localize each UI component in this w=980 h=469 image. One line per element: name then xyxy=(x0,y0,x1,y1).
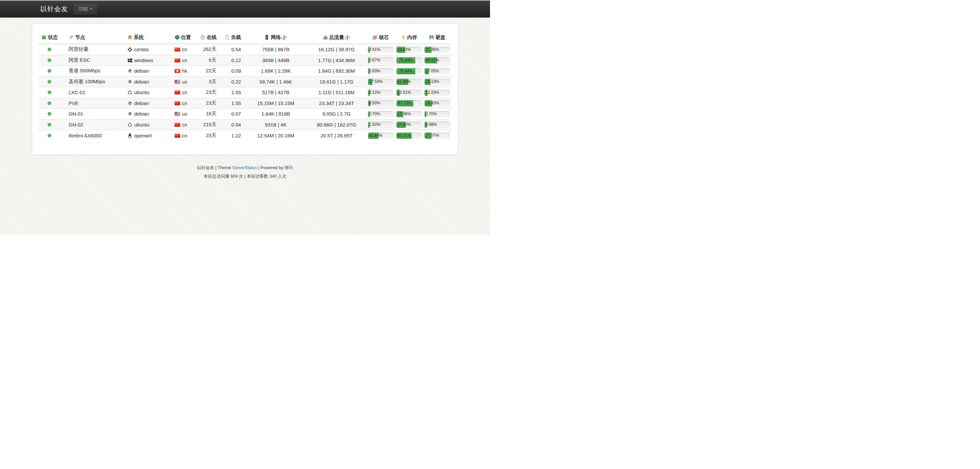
os-name: openwrt xyxy=(134,133,152,138)
location-code: us xyxy=(182,111,188,117)
server-status-panel: 状态节点系统位置在线负载网络↓|↑总流量↓|↑核芯内存硬盘 阿里轻量centos… xyxy=(32,24,458,155)
uptime-value: 23天 xyxy=(200,87,218,98)
debian-os-icon xyxy=(127,101,133,106)
network-value: 755B | 867B xyxy=(245,44,307,55)
flag-hk-icon xyxy=(175,69,180,73)
progress-label: 8.12% xyxy=(369,90,380,96)
brand-link[interactable]: 以针会友 xyxy=(40,5,68,14)
load-value: 0.04 xyxy=(218,119,245,130)
usage-progress-bar: 67.72% xyxy=(396,100,422,106)
uptime-value: 23天 xyxy=(200,130,218,141)
progress-label: 27.35% xyxy=(426,47,439,53)
server-row[interactable]: GN-01debianus16天0.071.64K | 818B9.05G | … xyxy=(39,109,451,120)
column-header-status: 状态 xyxy=(39,32,60,44)
debian-os-icon xyxy=(127,111,133,117)
column-header-uptime: 在线 xyxy=(200,32,218,44)
column-header-mem: 内存 xyxy=(395,32,423,44)
usage-progress-bar: 27.07% xyxy=(425,132,450,139)
usage-progress-bar: 0.67% xyxy=(368,57,393,63)
load-value: 0.07 xyxy=(218,109,245,120)
progress-label: 27.06% xyxy=(398,111,411,117)
os-name: debian xyxy=(134,79,149,84)
server-row[interactable]: 香港 500Mbpsdebianhk22天0.091.69K | 2.28K1.… xyxy=(39,66,451,77)
footer-theme-link[interactable]: ServerStatus xyxy=(232,165,257,170)
progress-label: 49.62% xyxy=(426,57,439,63)
clipboard-icon xyxy=(224,35,230,40)
load-value: 0.09 xyxy=(218,66,245,77)
os-name: ubuntu xyxy=(134,90,150,95)
server-row[interactable]: 阿里轻量centoscn262天0.54755B | 867B16.12G | … xyxy=(39,44,451,55)
network-value: 58.74K | 1.46K xyxy=(245,76,307,87)
column-header-load: 负载 xyxy=(218,32,245,44)
column-header-location: 位置 xyxy=(172,32,200,44)
traffic-light-icon xyxy=(264,35,269,40)
location-code: cn xyxy=(182,133,188,138)
usage-progress-bar: 3.51% xyxy=(368,47,393,53)
network-value: 1.64K | 818B xyxy=(245,109,307,120)
os-name: debian xyxy=(134,100,149,106)
package-icon xyxy=(127,35,133,40)
node-name: 圣何塞 100Mbps xyxy=(60,76,125,87)
node-name: LXC-01 xyxy=(60,87,125,98)
usage-progress-bar: 13.51% xyxy=(396,90,422,96)
progress-label: 42.64% xyxy=(369,132,383,139)
server-row[interactable]: LXC-01ubuntucn23天1.55517B | 427B1.11G | … xyxy=(39,87,451,98)
usage-progress-bar: 42.64% xyxy=(368,132,393,139)
progress-label: 75.84% xyxy=(399,57,413,63)
location-code: cn xyxy=(182,90,188,95)
usage-progress-bar: 47.59% xyxy=(396,79,422,85)
progress-label: 17.53% xyxy=(369,79,383,85)
server-row[interactable]: Redmi AX6000openwrtcn23天1.2212.54M | 20.… xyxy=(39,130,451,141)
usage-progress-bar: 49.62% xyxy=(425,57,450,63)
traffic-value: 18.61G | 1.17G xyxy=(307,76,366,87)
footer-nezha-link[interactable]: 哪吒 xyxy=(284,165,293,170)
traffic-value: 1.11G | 511.16M xyxy=(307,87,366,98)
target-icon xyxy=(372,35,378,40)
nav-menu-features[interactable]: 功能 xyxy=(74,4,97,14)
traffic-value: 16.12G | 38.97G xyxy=(307,44,366,55)
footer-credits: 以针会友 | Theme ServerStatus | Powered by 哪… xyxy=(0,165,490,171)
status-online-dot xyxy=(48,112,51,116)
progress-label: 37.60% xyxy=(398,122,411,128)
uptime-value: 3天 xyxy=(200,76,218,87)
load-value: 0.12 xyxy=(218,55,245,66)
status-online-dot xyxy=(48,69,51,73)
uptime-value: 16天 xyxy=(200,109,218,120)
usage-progress-bar: 5.93% xyxy=(368,68,393,74)
usage-progress-bar: 37.60% xyxy=(396,122,422,128)
os-name: debian xyxy=(134,111,149,117)
usage-progress-bar: 8.98% xyxy=(425,122,450,128)
usage-progress-bar: 17.05% xyxy=(425,68,450,74)
network-value: 1.69K | 2.28K xyxy=(245,66,307,77)
node-name: 阿里 ESC xyxy=(60,55,125,66)
server-row[interactable]: GN-02ubuntucn215天0.04931B | 4K80.66G | 1… xyxy=(39,119,451,130)
load-value: 0.54 xyxy=(218,44,245,55)
os-name: debian xyxy=(134,68,149,74)
column-header-cpu: 核芯 xyxy=(366,32,395,44)
table-header-row: 状态节点系统位置在线负载网络↓|↑总流量↓|↑核芯内存硬盘 xyxy=(39,32,451,44)
progress-label: 5.93% xyxy=(369,68,380,74)
flag-us-icon xyxy=(175,80,180,84)
column-header-node: 节点 xyxy=(60,32,125,44)
server-row[interactable]: 阿里 ESCwindowscn5天0.12383B | 449B1.77G | … xyxy=(39,55,451,66)
column-header-os: 系统 xyxy=(125,32,172,44)
location-code: hk xyxy=(182,68,188,74)
traffic-value: 1.64G | 892.36M xyxy=(307,66,366,77)
server-row[interactable]: PVEdebiancn23天1.5515.15M | 15.15M23.34T … xyxy=(39,98,451,109)
clover-icon xyxy=(41,35,47,40)
column-header-disk: 硬盘 xyxy=(423,32,451,44)
footer-site-name: 以针会友 | Theme xyxy=(197,165,232,170)
progress-label: 0.70% xyxy=(426,111,437,117)
usage-progress-bar: 27.35% xyxy=(425,47,450,53)
uptime-value: 23天 xyxy=(200,98,218,109)
navbar: 以针会友 功能 xyxy=(0,1,490,17)
usage-progress-bar: 12.23% xyxy=(425,90,450,96)
server-row[interactable]: 圣何塞 100Mbpsdebianus3天0.2258.74K | 1.46K1… xyxy=(39,76,451,87)
network-value: 383B | 449B xyxy=(245,55,307,66)
uptime-value: 215天 xyxy=(200,119,218,130)
progress-label: 17.05% xyxy=(426,68,439,74)
network-value: 12.54M | 20.16M xyxy=(245,130,307,141)
status-online-dot xyxy=(48,80,51,84)
progress-label: 75.84% xyxy=(399,68,413,74)
node-name: 香港 500Mbps xyxy=(60,66,125,77)
